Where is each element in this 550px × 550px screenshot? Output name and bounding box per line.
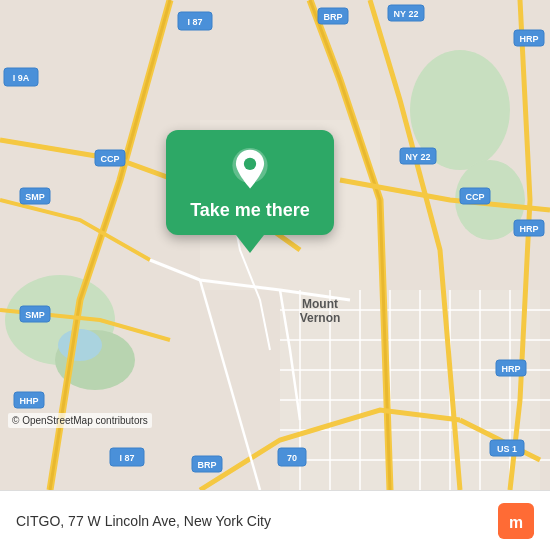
svg-text:BRP: BRP — [197, 460, 216, 470]
svg-text:SMP: SMP — [25, 310, 45, 320]
svg-text:HRP: HRP — [501, 364, 520, 374]
bottom-bar: CITGO, 77 W Lincoln Ave, New York City m — [0, 490, 550, 550]
popup-arrow — [236, 235, 264, 253]
navigation-popup[interactable]: Take me there — [150, 130, 350, 253]
location-pin-icon — [228, 148, 272, 192]
moovit-logo: m — [498, 503, 534, 539]
svg-text:I 9A: I 9A — [13, 73, 30, 83]
svg-text:Vernon: Vernon — [300, 311, 341, 325]
svg-text:HRP: HRP — [519, 224, 538, 234]
svg-text:SMP: SMP — [25, 192, 45, 202]
svg-point-3 — [58, 329, 102, 361]
address-text: CITGO, 77 W Lincoln Ave, New York City — [16, 513, 271, 529]
map-container: I 87 BRP NY 22 HRP I 9A CCP SMP NY 22 CC… — [0, 0, 550, 490]
svg-text:HHP: HHP — [19, 396, 38, 406]
svg-text:NY 22: NY 22 — [406, 152, 431, 162]
map-attribution: © OpenStreetMap contributors — [8, 413, 152, 428]
moovit-icon: m — [498, 503, 534, 539]
svg-point-60 — [244, 158, 256, 170]
svg-text:NY 22: NY 22 — [394, 9, 419, 19]
svg-text:HRP: HRP — [519, 34, 538, 44]
svg-text:BRP: BRP — [323, 12, 342, 22]
svg-text:US 1: US 1 — [497, 444, 517, 454]
popup-card[interactable]: Take me there — [166, 130, 334, 235]
take-me-there-button[interactable]: Take me there — [190, 200, 310, 221]
svg-text:70: 70 — [287, 453, 297, 463]
svg-text:m: m — [509, 514, 523, 531]
svg-text:I 87: I 87 — [119, 453, 134, 463]
svg-text:I 87: I 87 — [187, 17, 202, 27]
svg-text:Mount: Mount — [302, 297, 338, 311]
svg-text:CCP: CCP — [100, 154, 119, 164]
svg-text:CCP: CCP — [465, 192, 484, 202]
